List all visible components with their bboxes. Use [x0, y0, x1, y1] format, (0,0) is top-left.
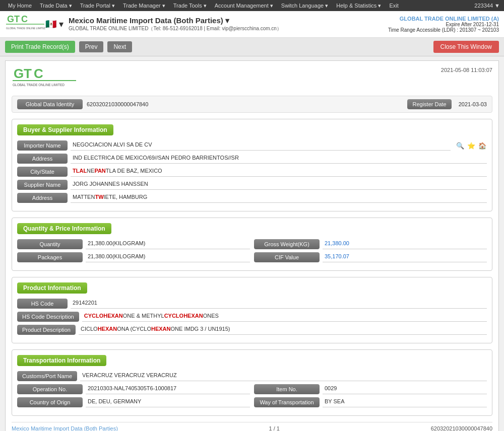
- customs-port-value: VERACRUZ VERACRUZ VERACRUZ: [80, 371, 487, 381]
- hs-desc-row: HS Code Description CYCLOHEXANONE & METH…: [17, 312, 487, 322]
- nav-trade-portal[interactable]: Trade Portal ▾: [76, 2, 119, 10]
- prev-button-top[interactable]: Prev: [79, 41, 104, 52]
- item-col: Item No. 0029 Way of Transportation BY S…: [254, 384, 487, 410]
- city-state-label: City/State: [17, 167, 68, 177]
- nav-menu: My Home Trade Data ▾ Trade Portal ▾ Trad…: [4, 2, 403, 10]
- product-info-section: Product Information HS Code 29142201 HS …: [12, 277, 492, 343]
- identity-row: Global Data Identity 6203202103000004784…: [12, 96, 492, 113]
- nav-my-home[interactable]: My Home: [4, 2, 36, 10]
- importer-address-row: Address IND ELECTRICA DE MEXICO/69//SAN …: [17, 154, 487, 164]
- home-icon[interactable]: 🏠: [478, 141, 487, 150]
- quantity-value: 21,380.00(KILOGRAM): [86, 239, 250, 249]
- gtc-logo: G T C GLOBAL TRADE ONLINE LIMITED: [5, 14, 45, 34]
- city-state-value: TLALNEPANTLA DE BAZ, MEXICO: [71, 167, 487, 177]
- header-title-area: Mexico Maritime Import Data (Both Partie…: [69, 16, 282, 32]
- operation-row: Operation No. 20210303-NAL7405305T6-1000…: [17, 384, 250, 394]
- nav-trade-manager[interactable]: Trade Manager ▾: [119, 2, 169, 10]
- quantity-price-grid: Quantity 21,380.00(KILOGRAM) Packages 21…: [17, 239, 487, 265]
- record-logo: G T C GLOBAL TRADE ONLINE LIMITED: [12, 67, 77, 90]
- cif-row: CIF Value 35,170.07: [254, 252, 487, 262]
- header-subtitle: GLOBAL TRADE ONLINE LIMITED（Tel: 86-512-…: [69, 25, 282, 32]
- cif-value: 35,170.07: [323, 252, 487, 262]
- quantity-row: Quantity 21,380.00(KILOGRAM): [17, 239, 250, 249]
- logo-area: G T C GLOBAL TRADE ONLINE LIMITED: [5, 14, 45, 34]
- star-icon[interactable]: ⭐: [467, 141, 476, 150]
- nav-trade-tools[interactable]: Trade Tools ▾: [169, 2, 211, 10]
- hs-code-value: 29142201: [71, 299, 487, 309]
- nav-switch-language[interactable]: Switch Language ▾: [277, 2, 332, 10]
- account-info: GLOBAL TRADE ONLINE LIMITED (A) Expire A…: [388, 16, 499, 33]
- transport-grid: Operation No. 20210303-NAL7405305T6-1000…: [17, 384, 487, 410]
- country-value: DE, DEU, GERMANY: [86, 397, 250, 407]
- importer-address-value: IND ELECTRICA DE MEXICO/69//SAN PEDRO BA…: [71, 154, 487, 164]
- price-col: Gross Weight(KG) 21,380.00 CIF Value 35,…: [254, 239, 487, 265]
- svg-text:C: C: [21, 14, 28, 24]
- item-value: 0029: [323, 384, 487, 394]
- quantity-price-title: Quantity & Price Information: [17, 223, 111, 234]
- account-number[interactable]: 223344 ▼: [474, 3, 500, 9]
- buyer-supplier-title: Buyer & Supplier Information: [17, 124, 113, 135]
- close-button-top[interactable]: Close This Window: [433, 41, 499, 53]
- record-id-footer: 62032021030000047840: [431, 425, 492, 431]
- customs-port-label: Customs/Port Name: [17, 371, 77, 381]
- supplier-row: Supplier Name JORG JOHANNES HANSSEN: [17, 180, 487, 190]
- svg-text:GLOBAL TRADE ONLINE LIMITED: GLOBAL TRADE ONLINE LIMITED: [13, 83, 65, 87]
- search-icon[interactable]: 🔍: [456, 141, 465, 150]
- importer-icons: 🔍 ⭐ 🏠: [456, 141, 487, 150]
- importer-address-label: Address: [17, 154, 68, 164]
- customs-port-row: Customs/Port Name VERACRUZ VERACRUZ VERA…: [17, 371, 487, 381]
- global-data-identity-value: 62032021030000047840: [87, 101, 403, 107]
- svg-text:GLOBAL TRADE ONLINE LIMITED: GLOBAL TRADE ONLINE LIMITED: [6, 27, 45, 30]
- nav-exit[interactable]: Exit: [385, 2, 402, 10]
- company-name: GLOBAL TRADE ONLINE LIMITED (A): [388, 16, 499, 22]
- country-row: Country of Orign DE, DEU, GERMANY: [17, 397, 250, 407]
- record-pagination: 1 / 1: [269, 425, 280, 431]
- global-data-identity-label: Global Data Identity: [17, 99, 83, 109]
- supplier-address-value: MATTENTWIETE, HAMBURG: [71, 193, 487, 203]
- importer-row: Importer Name NEGOCIACION ALVI SA DE CV …: [17, 140, 487, 151]
- page-title: Mexico Maritime Import Data (Both Partie…: [69, 16, 282, 25]
- product-desc-value: CICLOHEXANONA (CYCLOHEXANONE IMDG 3 / UN…: [79, 325, 487, 335]
- supplier-name-label: Supplier Name: [17, 180, 68, 190]
- nav-trade-data[interactable]: Trade Data ▾: [36, 2, 76, 10]
- time-range: Time Range Accessible (LDR) : 201307 ~ 2…: [388, 27, 499, 33]
- item-row: Item No. 0029: [254, 384, 487, 394]
- register-date-label: Register Date: [407, 99, 451, 109]
- transportation-section: Transportation Information Customs/Port …: [12, 349, 492, 416]
- packages-row: Packages 21,380.00(KILOGRAM): [17, 252, 250, 262]
- next-button-top[interactable]: Next: [107, 41, 132, 52]
- record-source: Mexico Maritime Import Data (Both Partie…: [12, 425, 118, 431]
- nav-help-statistics[interactable]: Help & Statistics ▾: [332, 2, 385, 10]
- gross-weight-row: Gross Weight(KG) 21,380.00: [254, 239, 487, 249]
- packages-label: Packages: [17, 252, 83, 262]
- svg-text:G: G: [7, 14, 14, 24]
- record-header: G T C GLOBAL TRADE ONLINE LIMITED 2021-0…: [12, 67, 492, 90]
- operation-value: 20210303-NAL7405305T6-1000817: [86, 384, 250, 394]
- expire-date: Expire After 2021-12-31: [388, 22, 499, 27]
- quantity-price-section: Quantity & Price Information Quantity 21…: [12, 218, 492, 271]
- svg-text:T: T: [24, 67, 32, 81]
- svg-text:T: T: [14, 14, 20, 24]
- way-row: Way of Transportation BY SEA: [254, 397, 487, 407]
- packages-value: 21,380.00(KILOGRAM): [86, 252, 250, 262]
- quantity-label: Quantity: [17, 239, 83, 249]
- svg-text:C: C: [34, 67, 43, 81]
- svg-text:G: G: [14, 67, 24, 81]
- flag-area[interactable]: 🇲🇽 ▾: [45, 19, 64, 30]
- buyer-supplier-section: Buyer & Supplier Information Importer Na…: [12, 119, 492, 211]
- top-navigation: My Home Trade Data ▾ Trade Portal ▾ Trad…: [0, 0, 504, 11]
- nav-account-management[interactable]: Account Management ▾: [211, 2, 277, 10]
- product-info-title: Product Information: [17, 282, 87, 294]
- hs-desc-label: HS Code Description: [17, 312, 79, 322]
- country-label: Country of Orign: [17, 397, 83, 407]
- print-button-top[interactable]: Print Trade Record(s): [5, 41, 75, 53]
- way-label: Way of Transportation: [254, 397, 320, 407]
- record-datetime: 2021-05-08 11:03:07: [441, 67, 492, 73]
- hs-code-label: HS Code: [17, 299, 68, 309]
- record-footer: Mexico Maritime Import Data (Both Partie…: [12, 422, 492, 431]
- supplier-name-value: JORG JOHANNES HANSSEN: [71, 180, 487, 190]
- register-date-value: 2021-03-03: [459, 101, 487, 107]
- supplier-address-label: Address: [17, 193, 68, 203]
- importer-name-value: NEGOCIACION ALVI SA DE CV: [71, 140, 451, 151]
- operation-col: Operation No. 20210303-NAL7405305T6-1000…: [17, 384, 250, 410]
